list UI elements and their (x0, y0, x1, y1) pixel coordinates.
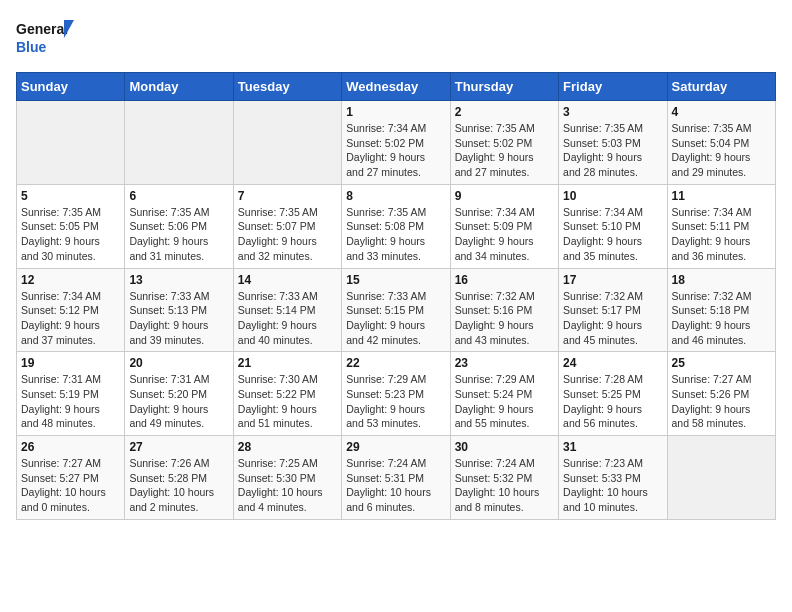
calendar-week-row: 26Sunrise: 7:27 AM Sunset: 5:27 PM Dayli… (17, 436, 776, 520)
calendar-cell: 28Sunrise: 7:25 AM Sunset: 5:30 PM Dayli… (233, 436, 341, 520)
day-info: Sunrise: 7:32 AM Sunset: 5:17 PM Dayligh… (563, 289, 662, 348)
svg-text:General: General (16, 21, 68, 37)
day-number: 25 (672, 356, 771, 370)
calendar-cell: 15Sunrise: 7:33 AM Sunset: 5:15 PM Dayli… (342, 268, 450, 352)
calendar-cell: 9Sunrise: 7:34 AM Sunset: 5:09 PM Daylig… (450, 184, 558, 268)
day-number: 1 (346, 105, 445, 119)
day-info: Sunrise: 7:27 AM Sunset: 5:26 PM Dayligh… (672, 372, 771, 431)
svg-text:Blue: Blue (16, 39, 47, 55)
weekday-header-friday: Friday (559, 73, 667, 101)
calendar-cell: 31Sunrise: 7:23 AM Sunset: 5:33 PM Dayli… (559, 436, 667, 520)
calendar-cell: 21Sunrise: 7:30 AM Sunset: 5:22 PM Dayli… (233, 352, 341, 436)
day-info: Sunrise: 7:30 AM Sunset: 5:22 PM Dayligh… (238, 372, 337, 431)
day-number: 24 (563, 356, 662, 370)
day-info: Sunrise: 7:31 AM Sunset: 5:19 PM Dayligh… (21, 372, 120, 431)
day-info: Sunrise: 7:35 AM Sunset: 5:02 PM Dayligh… (455, 121, 554, 180)
day-info: Sunrise: 7:32 AM Sunset: 5:16 PM Dayligh… (455, 289, 554, 348)
calendar-cell: 22Sunrise: 7:29 AM Sunset: 5:23 PM Dayli… (342, 352, 450, 436)
weekday-header-sunday: Sunday (17, 73, 125, 101)
calendar-cell: 2Sunrise: 7:35 AM Sunset: 5:02 PM Daylig… (450, 101, 558, 185)
calendar-cell: 6Sunrise: 7:35 AM Sunset: 5:06 PM Daylig… (125, 184, 233, 268)
day-info: Sunrise: 7:34 AM Sunset: 5:11 PM Dayligh… (672, 205, 771, 264)
day-number: 13 (129, 273, 228, 287)
day-info: Sunrise: 7:23 AM Sunset: 5:33 PM Dayligh… (563, 456, 662, 515)
page-header: GeneralBlue (16, 16, 776, 60)
day-number: 10 (563, 189, 662, 203)
calendar-week-row: 5Sunrise: 7:35 AM Sunset: 5:05 PM Daylig… (17, 184, 776, 268)
day-info: Sunrise: 7:34 AM Sunset: 5:02 PM Dayligh… (346, 121, 445, 180)
day-info: Sunrise: 7:31 AM Sunset: 5:20 PM Dayligh… (129, 372, 228, 431)
day-info: Sunrise: 7:34 AM Sunset: 5:10 PM Dayligh… (563, 205, 662, 264)
calendar-cell: 27Sunrise: 7:26 AM Sunset: 5:28 PM Dayli… (125, 436, 233, 520)
day-number: 31 (563, 440, 662, 454)
logo-svg: GeneralBlue (16, 16, 76, 60)
calendar-week-row: 1Sunrise: 7:34 AM Sunset: 5:02 PM Daylig… (17, 101, 776, 185)
day-info: Sunrise: 7:24 AM Sunset: 5:32 PM Dayligh… (455, 456, 554, 515)
calendar-week-row: 12Sunrise: 7:34 AM Sunset: 5:12 PM Dayli… (17, 268, 776, 352)
day-number: 17 (563, 273, 662, 287)
day-number: 6 (129, 189, 228, 203)
calendar-cell (233, 101, 341, 185)
day-info: Sunrise: 7:35 AM Sunset: 5:07 PM Dayligh… (238, 205, 337, 264)
day-number: 12 (21, 273, 120, 287)
day-number: 2 (455, 105, 554, 119)
day-number: 27 (129, 440, 228, 454)
day-info: Sunrise: 7:35 AM Sunset: 5:05 PM Dayligh… (21, 205, 120, 264)
calendar-cell: 4Sunrise: 7:35 AM Sunset: 5:04 PM Daylig… (667, 101, 775, 185)
calendar-cell: 16Sunrise: 7:32 AM Sunset: 5:16 PM Dayli… (450, 268, 558, 352)
day-number: 7 (238, 189, 337, 203)
calendar-cell: 1Sunrise: 7:34 AM Sunset: 5:02 PM Daylig… (342, 101, 450, 185)
calendar-cell: 11Sunrise: 7:34 AM Sunset: 5:11 PM Dayli… (667, 184, 775, 268)
day-number: 14 (238, 273, 337, 287)
day-info: Sunrise: 7:29 AM Sunset: 5:24 PM Dayligh… (455, 372, 554, 431)
calendar-table: SundayMondayTuesdayWednesdayThursdayFrid… (16, 72, 776, 520)
day-info: Sunrise: 7:34 AM Sunset: 5:12 PM Dayligh… (21, 289, 120, 348)
weekday-header-monday: Monday (125, 73, 233, 101)
day-info: Sunrise: 7:28 AM Sunset: 5:25 PM Dayligh… (563, 372, 662, 431)
calendar-cell: 25Sunrise: 7:27 AM Sunset: 5:26 PM Dayli… (667, 352, 775, 436)
day-number: 5 (21, 189, 120, 203)
calendar-cell: 19Sunrise: 7:31 AM Sunset: 5:19 PM Dayli… (17, 352, 125, 436)
calendar-cell: 30Sunrise: 7:24 AM Sunset: 5:32 PM Dayli… (450, 436, 558, 520)
calendar-cell: 17Sunrise: 7:32 AM Sunset: 5:17 PM Dayli… (559, 268, 667, 352)
calendar-cell: 10Sunrise: 7:34 AM Sunset: 5:10 PM Dayli… (559, 184, 667, 268)
day-info: Sunrise: 7:33 AM Sunset: 5:14 PM Dayligh… (238, 289, 337, 348)
calendar-cell: 8Sunrise: 7:35 AM Sunset: 5:08 PM Daylig… (342, 184, 450, 268)
day-number: 3 (563, 105, 662, 119)
day-number: 11 (672, 189, 771, 203)
day-number: 19 (21, 356, 120, 370)
calendar-cell: 5Sunrise: 7:35 AM Sunset: 5:05 PM Daylig… (17, 184, 125, 268)
day-number: 22 (346, 356, 445, 370)
calendar-cell (17, 101, 125, 185)
day-info: Sunrise: 7:35 AM Sunset: 5:04 PM Dayligh… (672, 121, 771, 180)
weekday-header-tuesday: Tuesday (233, 73, 341, 101)
day-number: 4 (672, 105, 771, 119)
day-number: 30 (455, 440, 554, 454)
calendar-cell: 20Sunrise: 7:31 AM Sunset: 5:20 PM Dayli… (125, 352, 233, 436)
day-info: Sunrise: 7:26 AM Sunset: 5:28 PM Dayligh… (129, 456, 228, 515)
calendar-cell: 12Sunrise: 7:34 AM Sunset: 5:12 PM Dayli… (17, 268, 125, 352)
day-number: 26 (21, 440, 120, 454)
weekday-header-wednesday: Wednesday (342, 73, 450, 101)
day-info: Sunrise: 7:27 AM Sunset: 5:27 PM Dayligh… (21, 456, 120, 515)
day-number: 18 (672, 273, 771, 287)
logo: GeneralBlue (16, 16, 76, 60)
calendar-cell: 26Sunrise: 7:27 AM Sunset: 5:27 PM Dayli… (17, 436, 125, 520)
weekday-header-thursday: Thursday (450, 73, 558, 101)
day-number: 16 (455, 273, 554, 287)
day-number: 9 (455, 189, 554, 203)
calendar-cell: 7Sunrise: 7:35 AM Sunset: 5:07 PM Daylig… (233, 184, 341, 268)
day-info: Sunrise: 7:25 AM Sunset: 5:30 PM Dayligh… (238, 456, 337, 515)
calendar-cell: 18Sunrise: 7:32 AM Sunset: 5:18 PM Dayli… (667, 268, 775, 352)
day-info: Sunrise: 7:29 AM Sunset: 5:23 PM Dayligh… (346, 372, 445, 431)
day-number: 8 (346, 189, 445, 203)
calendar-cell (667, 436, 775, 520)
weekday-header-saturday: Saturday (667, 73, 775, 101)
calendar-cell: 14Sunrise: 7:33 AM Sunset: 5:14 PM Dayli… (233, 268, 341, 352)
weekday-header-row: SundayMondayTuesdayWednesdayThursdayFrid… (17, 73, 776, 101)
calendar-week-row: 19Sunrise: 7:31 AM Sunset: 5:19 PM Dayli… (17, 352, 776, 436)
day-info: Sunrise: 7:35 AM Sunset: 5:08 PM Dayligh… (346, 205, 445, 264)
svg-marker-2 (64, 20, 74, 38)
day-info: Sunrise: 7:32 AM Sunset: 5:18 PM Dayligh… (672, 289, 771, 348)
day-number: 29 (346, 440, 445, 454)
